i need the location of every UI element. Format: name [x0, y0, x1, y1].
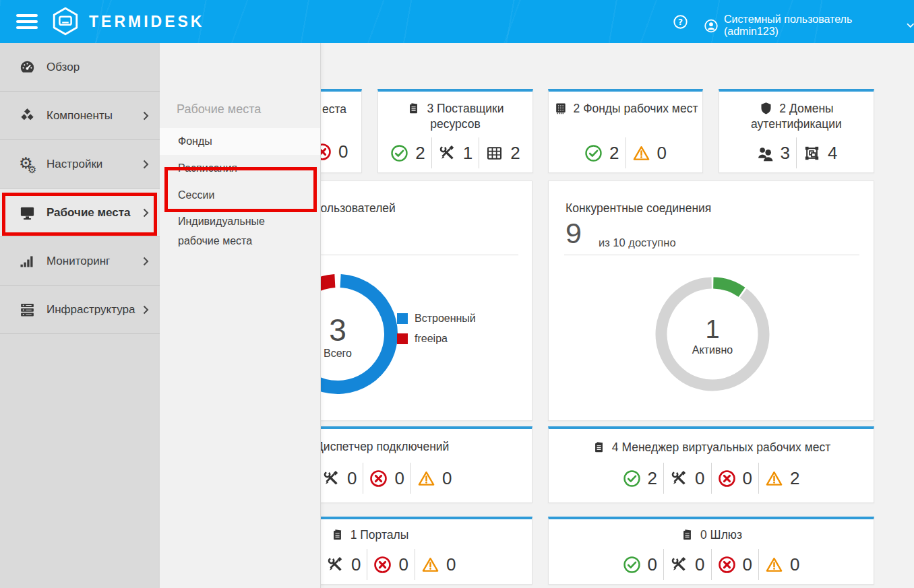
- stat-errors: 0: [363, 463, 410, 494]
- submenu-item-sessions[interactable]: Сессии: [160, 182, 320, 209]
- workplaces-submenu: Рабочие места Фонды Расписания Сессии Ин…: [160, 43, 321, 588]
- submenu-item-schedules[interactable]: Расписания: [160, 155, 320, 182]
- submenu-title: Рабочие места: [177, 102, 261, 117]
- chevron-right-icon: [143, 305, 149, 315]
- table-icon: [485, 144, 504, 162]
- dashboard-icon: [19, 59, 36, 75]
- stat-groups: 4: [796, 137, 843, 168]
- card-stats: 0 0 0: [316, 463, 458, 494]
- check-circle-icon: [390, 144, 408, 162]
- divider: [564, 255, 859, 255]
- settings-gear-icon: ⚙⚙: [19, 156, 36, 172]
- help-icon[interactable]: [673, 14, 688, 30]
- sidebar-item-workplaces[interactable]: Рабочие места: [0, 189, 160, 237]
- error-circle-icon: [373, 556, 392, 574]
- sidebar-item-monitoring[interactable]: Мониторинг: [0, 237, 160, 286]
- stat-ok: 2: [578, 137, 625, 168]
- warning-icon: [417, 469, 435, 488]
- stack-icon: [406, 101, 421, 115]
- stat-warnings: 0: [626, 137, 673, 168]
- check-circle-icon: [584, 144, 603, 162]
- chevron-right-icon: [143, 257, 149, 266]
- warning-icon: [632, 144, 650, 162]
- stat-errors: 0: [711, 463, 758, 494]
- user-menu-label: Системный пользователь (admin123): [724, 13, 902, 38]
- brand-title: TERMIDESK: [89, 13, 204, 31]
- card-title: 2 Фонды рабочих мест: [549, 101, 702, 117]
- users-icon: [756, 144, 774, 162]
- card-title-partial: Диспетчер подключений: [315, 440, 449, 454]
- tools-icon: [326, 556, 344, 574]
- chip-icon: [553, 101, 568, 115]
- error-circle-icon: [718, 556, 736, 574]
- stat-warnings: 0: [758, 549, 805, 580]
- submenu-item-individual-workplaces[interactable]: Индивидуальные рабочие места: [160, 209, 320, 251]
- stat-templates: 2: [479, 137, 526, 168]
- legend-item: freeipa: [397, 331, 476, 347]
- card-stats: 2 0: [549, 137, 702, 168]
- card-title: 4 Менеджер виртуальных рабочих мест: [549, 440, 874, 455]
- card-vdi-manager: 4 Менеджер виртуальных рабочих мест 2 0 …: [548, 426, 874, 503]
- card-stats: 2 0 0 2: [549, 463, 874, 494]
- stat-errors: 0: [367, 549, 414, 580]
- frame-group-icon: [803, 144, 821, 162]
- connections-donut-chart: [645, 267, 780, 401]
- server-stack-icon: [19, 301, 36, 318]
- sidebar-item-components[interactable]: Компоненты: [0, 92, 160, 140]
- check-circle-icon: [623, 556, 641, 574]
- stat-maintenance: 0: [320, 549, 367, 580]
- legend-swatch: [397, 313, 408, 324]
- stack-icon: [592, 440, 606, 454]
- stat-maintenance: 0: [316, 463, 363, 494]
- stat-maintenance: 0: [663, 549, 710, 580]
- warning-icon: [765, 556, 783, 574]
- components-cubes-icon: [19, 107, 36, 124]
- sidebar-item-settings[interactable]: ⚙⚙ Настройки: [0, 140, 160, 189]
- user-avatar-icon: [704, 18, 719, 34]
- tools-icon: [670, 469, 688, 488]
- card-stats: 3 4: [719, 137, 874, 168]
- legend-item: Встроенный: [397, 311, 476, 327]
- bar-chart-icon: [19, 253, 36, 269]
- submenu-item-pools[interactable]: Фонды: [160, 128, 320, 155]
- stat-errors: 0: [711, 549, 758, 580]
- stat-ok: 0: [617, 549, 663, 580]
- card-workplace-pools: 2 Фонды рабочих мест 2 0: [548, 89, 703, 173]
- error-circle-icon: [718, 469, 736, 488]
- user-menu[interactable]: Системный пользователь (admin123): [704, 13, 914, 38]
- card-gateway: 0 Шлюз 0 0 0 0: [548, 517, 874, 585]
- chart-title-partial: пользователей: [314, 201, 396, 216]
- check-circle-icon: [623, 469, 641, 488]
- chevron-right-icon: [143, 208, 149, 218]
- warning-icon: [765, 469, 783, 488]
- stat-warnings: 2: [758, 463, 805, 494]
- error-circle-icon: [369, 469, 388, 488]
- sidebar-item-infrastructure[interactable]: Инфраструктура: [0, 286, 160, 334]
- card-stats: 2 1 2: [378, 137, 532, 168]
- hamburger-menu-icon[interactable]: [16, 14, 38, 29]
- sidebar: Обзор Компоненты ⚙⚙ Настройки Рабочие ме…: [0, 43, 160, 588]
- available-label: из 10 доступно: [599, 236, 676, 249]
- card-title: 0 Шлюз: [549, 527, 874, 543]
- tools-icon: [670, 556, 688, 574]
- termidesk-logo-icon[interactable]: [50, 6, 81, 37]
- legend-swatch: [397, 333, 408, 344]
- card-stats: 0 0 0: [320, 549, 462, 580]
- chevron-down-icon: [907, 23, 914, 28]
- tools-icon: [438, 144, 456, 162]
- top-bar: TERMIDESK Системный пользователь (admin1…: [0, 0, 914, 43]
- shield-icon: [759, 101, 773, 115]
- stat-warnings: 0: [410, 463, 458, 494]
- card-stats: 0 0 0 0: [549, 549, 874, 580]
- stat-warnings: 0: [415, 549, 462, 580]
- warning-icon: [421, 556, 439, 574]
- card-concurrent-connections: Конкурентные соединения 9 из 10 доступно…: [548, 181, 874, 421]
- chart-title: Конкурентные соединения: [566, 201, 711, 216]
- card-auth-domains: 2 Домены аутентификации 3 4: [719, 89, 874, 173]
- stack-icon: [330, 527, 344, 542]
- stat-ok: 2: [384, 137, 431, 168]
- sidebar-item-overview[interactable]: Обзор: [0, 43, 160, 92]
- stack-icon: [680, 527, 694, 542]
- stat-maintenance: 1: [431, 137, 479, 168]
- chart-legend: Встроенный freeipa: [397, 311, 476, 351]
